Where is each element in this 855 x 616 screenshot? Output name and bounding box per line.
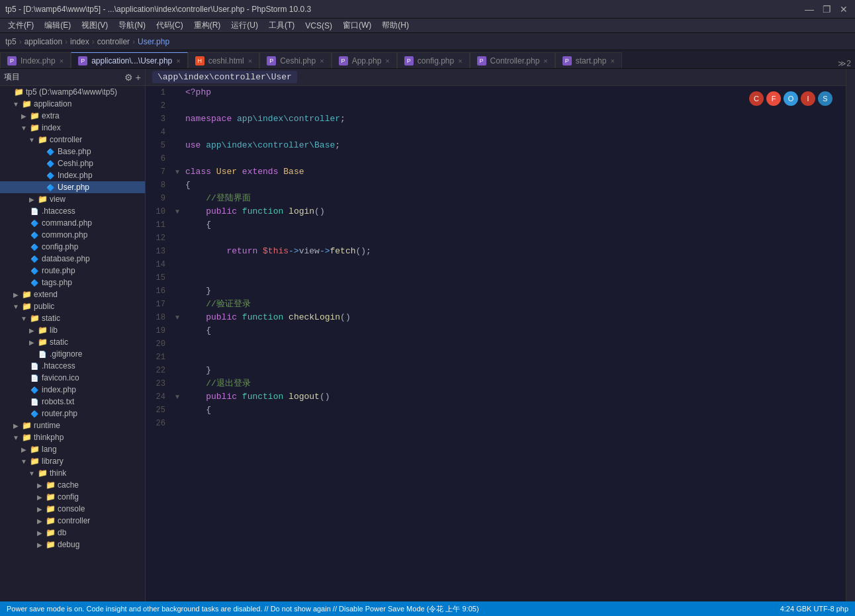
line-content-6[interactable]: [183, 152, 846, 165]
restore-button[interactable]: ❐: [821, 3, 832, 15]
minimize-button[interactable]: —: [803, 3, 815, 15]
tree-item-7[interactable]: 🔷Index.php: [0, 169, 145, 181]
breadcrumb-item-0[interactable]: tp5: [5, 37, 17, 46]
breadcrumb-item-4[interactable]: User.php: [138, 37, 169, 46]
tree-item-17[interactable]: ▶📁extend: [0, 288, 145, 300]
file-tree[interactable]: 📁tp5 (D:\wamp64\www\tp5)▼📁application▶📁e…: [0, 86, 145, 550]
opera-icon[interactable]: O: [784, 91, 798, 106]
breadcrumb-item-1[interactable]: application: [24, 37, 62, 46]
plus-icon[interactable]: +: [136, 72, 141, 83]
tree-item-4[interactable]: ▼📁controller: [0, 134, 145, 146]
line-content-8[interactable]: {: [183, 179, 846, 192]
line-content-3[interactable]: namespace app\index\controller;: [183, 112, 846, 126]
tree-item-37[interactable]: ▶📁db: [0, 527, 145, 539]
tree-item-22[interactable]: 📄.gitignore: [0, 348, 145, 360]
tree-item-9[interactable]: ▶📁view: [0, 193, 145, 205]
line-content-23[interactable]: //退出登录: [183, 377, 846, 390]
tree-item-3[interactable]: ▼📁index: [0, 122, 145, 134]
tree-item-14[interactable]: 🔷database.php: [0, 253, 145, 265]
tree-item-12[interactable]: 🔷common.php: [0, 229, 145, 241]
tab-0[interactable]: PIndex.php×: [0, 52, 71, 68]
tree-item-20[interactable]: ▶📁lib: [0, 324, 145, 336]
tree-item-26[interactable]: 📄robots.txt: [0, 396, 145, 408]
settings-icon[interactable]: ⚙: [124, 72, 133, 83]
menu-item-c[interactable]: 代码(C): [151, 19, 189, 32]
line-content-25[interactable]: {: [183, 404, 846, 417]
ie-icon[interactable]: I: [801, 91, 815, 106]
menu-item-u[interactable]: 运行(U): [226, 19, 263, 32]
menu-item-t[interactable]: 工具(T): [263, 19, 300, 32]
menu-item-f[interactable]: 文件(F): [3, 19, 39, 32]
tree-item-23[interactable]: 📄.htaccess: [0, 360, 145, 372]
tree-item-38[interactable]: ▶📁debug: [0, 539, 145, 550]
line-content-2[interactable]: [183, 99, 846, 112]
line-content-15[interactable]: [183, 271, 846, 285]
tab-6[interactable]: PController.php×: [470, 52, 555, 68]
firefox-icon[interactable]: F: [766, 91, 781, 106]
tree-item-0[interactable]: 📁tp5 (D:\wamp64\www\tp5): [0, 86, 145, 98]
tab-4[interactable]: PApp.php×: [332, 52, 397, 68]
tab-close-6[interactable]: ×: [543, 57, 547, 65]
tab-close-7[interactable]: ×: [610, 57, 614, 65]
tree-item-10[interactable]: 📄.htaccess: [0, 205, 145, 217]
tree-item-30[interactable]: ▶📁lang: [0, 443, 145, 455]
tree-item-29[interactable]: ▼📁thinkphp: [0, 431, 145, 443]
line-content-26[interactable]: [183, 417, 846, 430]
fold-indicator-10[interactable]: ▼: [172, 205, 183, 218]
line-content-24[interactable]: public function logout(): [183, 390, 846, 404]
line-content-22[interactable]: }: [183, 364, 846, 377]
line-content-5[interactable]: use app\index\controller\Base;: [183, 139, 846, 152]
line-content-1[interactable]: <?php: [183, 86, 846, 99]
tree-item-33[interactable]: ▶📁cache: [0, 479, 145, 491]
menu-item-v[interactable]: 视图(V): [76, 19, 113, 32]
line-content-10[interactable]: public function login(): [183, 205, 846, 218]
line-content-16[interactable]: }: [183, 285, 846, 298]
tab-close-0[interactable]: ×: [60, 57, 64, 65]
tree-item-28[interactable]: ▶📁runtime: [0, 419, 145, 431]
line-content-11[interactable]: {: [183, 218, 846, 232]
line-content-18[interactable]: public function checkLogin(): [183, 311, 846, 324]
line-content-19[interactable]: {: [183, 324, 846, 337]
tree-item-27[interactable]: 🔷router.php: [0, 408, 145, 419]
tree-item-1[interactable]: ▼📁application: [0, 98, 145, 110]
tree-item-32[interactable]: ▼📁think: [0, 467, 145, 479]
tab-7[interactable]: Pstart.php×: [555, 52, 622, 68]
tree-item-5[interactable]: 🔷Base.php: [0, 146, 145, 157]
fold-indicator-18[interactable]: ▼: [172, 311, 183, 324]
fold-indicator-7[interactable]: ▼: [172, 165, 183, 179]
tree-item-24[interactable]: 📄favicon.ico: [0, 372, 145, 384]
tree-item-35[interactable]: ▶📁console: [0, 503, 145, 515]
menu-item-r[interactable]: 重构(R): [189, 19, 226, 32]
close-button[interactable]: ✕: [838, 3, 850, 15]
menu-item-n[interactable]: 导航(N): [113, 19, 151, 32]
menu-item-h[interactable]: 帮助(H): [377, 19, 414, 32]
tree-item-15[interactable]: 🔷route.php: [0, 265, 145, 277]
line-content-12[interactable]: [183, 232, 846, 245]
tab-close-3[interactable]: ×: [320, 57, 324, 65]
breadcrumb-item-2[interactable]: index: [70, 37, 89, 46]
tree-item-18[interactable]: ▼📁public: [0, 300, 145, 312]
sidebar[interactable]: 项目 ⚙ + 📁tp5 (D:\wamp64\www\tp5)▼📁applica…: [0, 69, 146, 601]
tree-item-2[interactable]: ▶📁extra: [0, 110, 145, 122]
line-content-17[interactable]: //验证登录: [183, 298, 846, 311]
line-content-7[interactable]: class User extends Base: [183, 165, 846, 179]
line-content-14[interactable]: [183, 258, 846, 271]
code-editor[interactable]: C F O I S 1<?php2 3namespace app\index\c…: [146, 86, 846, 601]
chrome-icon[interactable]: C: [749, 91, 764, 106]
tree-item-25[interactable]: 🔷index.php: [0, 384, 145, 396]
tab-close-4[interactable]: ×: [385, 57, 389, 65]
line-content-21[interactable]: [183, 351, 846, 364]
tree-item-21[interactable]: ▶📁static: [0, 336, 145, 348]
tree-item-8[interactable]: 🔷User.php: [0, 181, 145, 193]
tree-item-31[interactable]: ▼📁library: [0, 455, 145, 467]
safari-icon[interactable]: S: [818, 91, 832, 106]
tree-item-6[interactable]: 🔷Ceshi.php: [0, 157, 145, 169]
tabs-extra[interactable]: ≫2: [834, 59, 855, 68]
line-content-4[interactable]: [183, 126, 846, 139]
line-content-20[interactable]: [183, 337, 846, 351]
tree-item-11[interactable]: 🔷command.php: [0, 217, 145, 229]
tab-close-1[interactable]: ×: [176, 57, 180, 65]
menu-item-vcss[interactable]: VCS(S): [300, 19, 338, 32]
tab-close-2[interactable]: ×: [248, 57, 252, 65]
tree-item-34[interactable]: ▶📁config: [0, 491, 145, 503]
